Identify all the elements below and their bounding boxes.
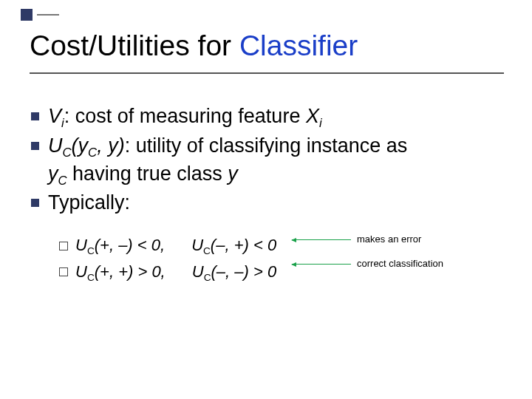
hollow-square-icon [59, 242, 68, 250]
sub-row-1: UC(+, –) < 0, UC(–, +) < 0 [59, 233, 276, 259]
hollow-square-icon [59, 267, 68, 276]
u: U [192, 262, 204, 281]
annotation-correct: correct classification [292, 258, 443, 270]
x-sub: i [319, 116, 322, 130]
rest: (–, +) < 0 [211, 236, 276, 254]
deco-line [37, 14, 59, 16]
r1c1: UC(+, –) < 0, [75, 233, 165, 259]
title-part2: Classifier [239, 30, 358, 61]
r2c1: UC(+, +) > 0, [75, 259, 166, 286]
rest: (+, –) < 0, [95, 236, 165, 254]
arrow-left-icon [292, 264, 351, 265]
deco-square-icon [21, 9, 33, 21]
r1c2: UC(–, +) < 0 [191, 233, 276, 259]
sub-bullets: UC(+, –) < 0, UC(–, +) < 0 UC(+, +) > 0,… [59, 233, 276, 285]
u-var: U [48, 134, 63, 157]
r2c2: UC(–, –) > 0 [192, 259, 276, 286]
y-var2: y [228, 163, 238, 185]
b2-desc1: : utility of classifying instance as [125, 134, 408, 157]
args-rest: , y) [97, 134, 125, 157]
title-part1: Cost/Utilities for [30, 30, 239, 61]
title-underline [30, 72, 504, 74]
slide-title: Cost/Utilities for Classifier [30, 30, 358, 63]
b1-mid: : cost of measuring feature [64, 105, 306, 127]
bullet-1: Vi: cost of measuring feature Xi [31, 103, 488, 132]
args-open: (y [72, 134, 89, 157]
b2-desc2: having true class [67, 163, 228, 185]
args-csub: C [88, 146, 97, 160]
c: C [203, 245, 211, 256]
sub-row-2: UC(+, +) > 0, UC(–, –) > 0 [59, 259, 276, 286]
bullet-icon [31, 199, 39, 207]
anno-correct-text: correct classification [357, 258, 443, 270]
y-csub: C [58, 174, 67, 188]
c: C [87, 272, 95, 283]
c: C [204, 272, 211, 283]
x-var: X [306, 105, 319, 127]
bullet-icon [31, 142, 39, 150]
bullet-1-text: Vi: cost of measuring feature Xi [48, 103, 488, 132]
rest: (+, +) > 0, [95, 262, 166, 281]
u: U [75, 262, 87, 281]
v-var: V [48, 105, 61, 127]
arrow-left-icon [292, 239, 351, 240]
bullet-2-text: UC(yC, y): utility of classifying instan… [48, 133, 488, 189]
bullet-3-text: Typically: [48, 190, 488, 216]
header-decoration [21, 9, 59, 21]
body: Vi: cost of measuring feature Xi UC(yC, … [31, 103, 488, 217]
y-var: y [48, 163, 58, 185]
rest: (–, –) > 0 [211, 262, 276, 281]
bullet-3: Typically: [31, 190, 488, 216]
u: U [75, 236, 87, 254]
annotation-error: makes an error [292, 233, 443, 246]
c: C [87, 245, 95, 256]
u: U [191, 236, 203, 254]
slide: Cost/Utilities for Classifier Vi: cost o… [0, 0, 532, 399]
annotations: makes an error correct classification [292, 233, 443, 282]
u-csub: C [63, 146, 72, 160]
bullet-icon [31, 112, 39, 120]
anno-error-text: makes an error [357, 233, 421, 246]
bullet-2: UC(yC, y): utility of classifying instan… [31, 133, 488, 189]
